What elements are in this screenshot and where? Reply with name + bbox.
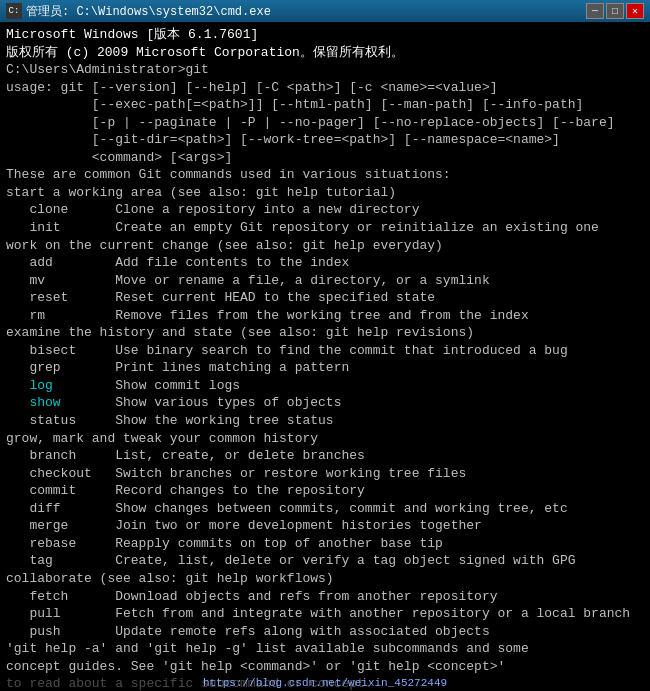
terminal-line: diff Show changes between commits, commi… [6,500,644,518]
terminal-line: mv Move or rename a file, a directory, o… [6,272,644,290]
terminal-line: status Show the working tree status [6,412,644,430]
terminal-line: usage: git [--version] [--help] [-C <pat… [6,79,644,97]
terminal-line: checkout Switch branches or restore work… [6,465,644,483]
terminal-line: bisect Use binary search to find the com… [6,342,644,360]
terminal-line: Microsoft Windows [版本 6.1.7601] [6,26,644,44]
terminal-window: C: 管理员: C:\Windows\system32\cmd.exe ─ □ … [0,0,650,691]
terminal-line: commit Record changes to the repository [6,482,644,500]
terminal-line: These are common Git commands used in va… [6,166,644,184]
terminal-line: init Create an empty Git repository or r… [6,219,644,237]
terminal-line: C:\Users\Administrator>git [6,61,644,79]
terminal-line: [--git-dir=<path>] [--work-tree=<path>] … [6,131,644,149]
title-bar: C: 管理员: C:\Windows\system32\cmd.exe ─ □ … [0,0,650,22]
window-icon: C: [6,3,22,19]
terminal-line: show Show various types of objects [6,394,644,412]
terminal-line: clone Clone a repository into a new dire… [6,201,644,219]
terminal-line: merge Join two or more development histo… [6,517,644,535]
terminal-line: <command> [<args>] [6,149,644,167]
terminal-line: reset Reset current HEAD to the specifie… [6,289,644,307]
terminal-line: grep Print lines matching a pattern [6,359,644,377]
terminal-line: push Update remote refs along with assoc… [6,623,644,641]
terminal-content: Microsoft Windows [版本 6.1.7601]版权所有 (c) … [0,22,650,691]
terminal-line: rm Remove files from the working tree an… [6,307,644,325]
terminal-line: work on the current change (see also: gi… [6,237,644,255]
terminal-line: log Show commit logs [6,377,644,395]
terminal-line: [-p | --paginate | -P | --no-pager] [--n… [6,114,644,132]
watermark: https://blog.csdn.net/weixin_45272449 [0,675,650,691]
title-bar-controls: ─ □ ✕ [586,3,644,19]
terminal-line: rebase Reapply commits on top of another… [6,535,644,553]
restore-button[interactable]: □ [606,3,624,19]
terminal-line: 版权所有 (c) 2009 Microsoft Corporation。保留所有… [6,44,644,62]
terminal-line: concept guides. See 'git help <command>'… [6,658,644,676]
terminal-line: grow, mark and tweak your common history [6,430,644,448]
title-bar-text: 管理员: C:\Windows\system32\cmd.exe [26,3,586,20]
terminal-line: collaborate (see also: git help workflow… [6,570,644,588]
terminal-line: add Add file contents to the index [6,254,644,272]
terminal-line: branch List, create, or delete branches [6,447,644,465]
terminal-line: examine the history and state (see also:… [6,324,644,342]
terminal-line: tag Create, list, delete or verify a tag… [6,552,644,570]
terminal-line: pull Fetch from and integrate with anoth… [6,605,644,623]
terminal-line: start a working area (see also: git help… [6,184,644,202]
terminal-line: 'git help -a' and 'git help -g' list ava… [6,640,644,658]
terminal-line: fetch Download objects and refs from ano… [6,588,644,606]
close-button[interactable]: ✕ [626,3,644,19]
minimize-button[interactable]: ─ [586,3,604,19]
terminal-line: [--exec-path[=<path>]] [--html-path] [--… [6,96,644,114]
